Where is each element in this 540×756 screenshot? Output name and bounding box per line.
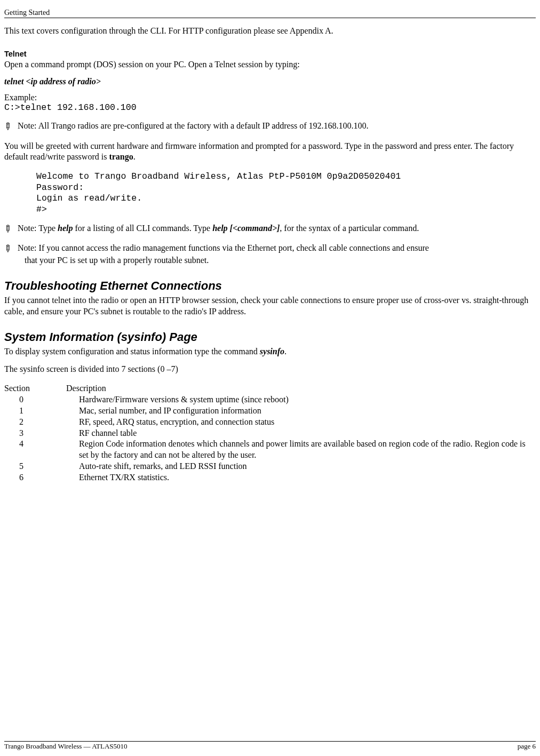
list-row: 0Hardware/Firmware versions & system upt… <box>4 394 536 405</box>
section-description: Auto-rate shift, remarks, and LED RSSI f… <box>79 461 536 472</box>
troubleshoot-body: If you cannot telnet into the radio or o… <box>4 295 536 317</box>
example-command: C:>telnet 192.168.100.100 <box>4 102 536 114</box>
list-row: 1Mac, serial number, and IP configuratio… <box>4 405 536 417</box>
note-default-ip: ✎ Note: All Trango radios are pre-config… <box>4 121 536 133</box>
sysinfo-section-list: Section Description 0Hardware/Firmware v… <box>4 383 536 483</box>
section-number: 4 <box>4 439 79 461</box>
telnet-heading: Telnet <box>4 50 536 58</box>
intro-text: This text covers configuration through t… <box>4 26 536 37</box>
password-instruction: You will be greeted with current hardwar… <box>4 141 536 163</box>
pencil-icon: ✎ <box>1 120 15 134</box>
list-row: 5Auto-rate shift, remarks, and LED RSSI … <box>4 461 536 472</box>
section-number: 1 <box>4 405 79 417</box>
list-row: 6Ethernet TX/RX statistics. <box>4 472 536 483</box>
section-description: Hardware/Firmware versions & system upti… <box>79 394 536 405</box>
list-row: 2RF, speed, ARQ status, encryption, and … <box>4 417 536 428</box>
note-ethernet-access: ✎ Note: If you cannot access the radio m… <box>4 243 536 266</box>
telnet-instruction: Open a command prompt (DOS) session on y… <box>4 59 536 70</box>
section-number: 5 <box>4 461 79 472</box>
sysinfo-line1: To display system configuration and stat… <box>4 346 536 357</box>
section-description: Region Code information denotes which ch… <box>79 439 536 461</box>
troubleshoot-heading: Troubleshooting Ethernet Connections <box>4 279 536 293</box>
pencil-icon: ✎ <box>1 222 15 236</box>
list-row: 3RF channel table <box>4 428 536 439</box>
section-number: 3 <box>4 428 79 439</box>
section-number: 6 <box>4 472 79 483</box>
sysinfo-line2: The sysinfo screen is divided into 7 sec… <box>4 364 536 375</box>
note-help-command: ✎ Note: Type help for a listing of all C… <box>4 223 536 235</box>
telnet-command-syntax: telnet <ip address of radio> <box>4 77 536 86</box>
list-row: 4Region Code information denotes which c… <box>4 439 536 461</box>
section-description: RF, speed, ARQ status, encryption, and c… <box>79 417 536 428</box>
list-header: Section Description <box>4 383 536 394</box>
sysinfo-heading: System Information (sysinfo) Page <box>4 330 536 344</box>
note-text: Note: All Trango radios are pre-configur… <box>18 121 368 130</box>
col-header-description: Description <box>66 383 536 394</box>
page-header: Getting Started <box>4 7 536 18</box>
note-eth-text: Note: If you cannot access the radio man… <box>4 243 429 265</box>
section-number: 0 <box>4 394 79 405</box>
pencil-icon: ✎ <box>1 242 15 256</box>
section-number: 2 <box>4 417 79 428</box>
section-description: Ethernet TX/RX statistics. <box>79 472 536 483</box>
header-text: Getting Started <box>4 9 50 17</box>
welcome-output: Welcome to Trango Broadband Wireless, At… <box>36 171 536 216</box>
example-label: Example: <box>4 93 536 102</box>
section-description: Mac, serial number, and IP configuration… <box>79 405 536 417</box>
section-description: RF channel table <box>79 428 536 439</box>
